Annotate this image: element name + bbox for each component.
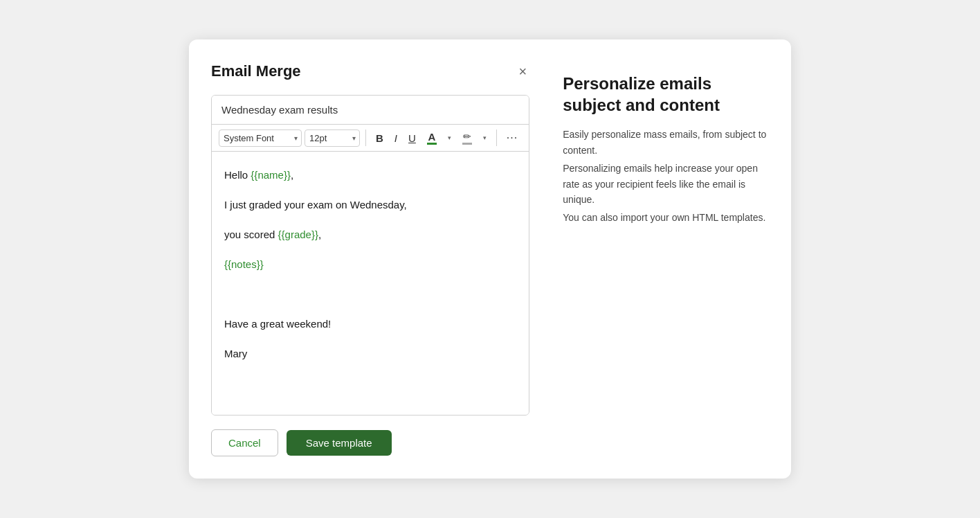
bold-button[interactable]: B [372,130,388,147]
subject-input[interactable] [212,96,529,125]
highlight-icon: ✏ [463,131,471,142]
merge-tag-notes: {{notes}} [224,258,264,270]
italic-button[interactable]: I [390,130,401,147]
sidebar-desc-line-1: Easily personalize mass emails, from sub… [563,127,769,158]
font-color-indicator [427,143,437,145]
modal-right-panel: Personalize emails subject and content E… [563,62,769,456]
toolbar-divider-1 [365,130,366,146]
line-graded: I just graded your exam on Wednesday, [224,195,516,214]
email-merge-modal: Email Merge × System Font 12pt [189,39,791,479]
font-color-label: A [428,132,435,142]
editor-container: System Font 12pt B I U A [211,95,529,416]
line-blank [224,285,516,303]
close-button[interactable]: × [516,62,530,81]
line-hello: Hello {{name}}, [224,166,516,184]
merge-tag-grade: {{grade}} [278,229,318,240]
modal-title: Email Merge [211,62,301,80]
underline-button[interactable]: U [404,130,420,147]
highlight-dropdown-button[interactable]: ▾ [479,132,491,144]
font-color-dropdown-button[interactable]: ▾ [444,132,455,144]
highlight-color-bar [462,143,472,145]
sidebar-title: Personalize emails subject and content [563,73,769,116]
font-size-select[interactable]: 12pt [305,130,360,147]
modal-left-panel: Email Merge × System Font 12pt [211,62,529,456]
line-weekend: Have a great weekend! [224,314,516,333]
editor-toolbar: System Font 12pt B I U A [212,125,529,152]
editor-body[interactable]: Hello {{name}}, I just graded your exam … [212,152,529,415]
sidebar-desc-line-3: You can also import your own HTML templa… [563,210,769,225]
footer-buttons: Cancel Save template [211,429,529,456]
font-family-select[interactable]: System Font [219,130,302,147]
font-family-wrapper[interactable]: System Font [219,130,302,147]
sidebar-desc-line-2: Personalizing emails help increase your … [563,161,769,207]
line-mary: Mary [224,344,516,363]
line-scored: you scored {{grade}}, [224,225,516,244]
font-size-wrapper[interactable]: 12pt [305,130,360,147]
merge-tag-name: {{name}} [251,169,291,181]
font-color-button[interactable]: A [423,130,441,147]
save-template-button[interactable]: Save template [287,430,392,456]
more-options-button[interactable]: ··· [502,129,522,147]
sidebar-description: Easily personalize mass emails, from sub… [563,127,769,225]
toolbar-divider-2 [496,130,497,146]
cancel-button[interactable]: Cancel [211,429,278,456]
highlight-button[interactable]: ✏ [458,129,476,147]
line-notes: {{notes}} [224,255,516,274]
modal-header: Email Merge × [211,62,529,81]
